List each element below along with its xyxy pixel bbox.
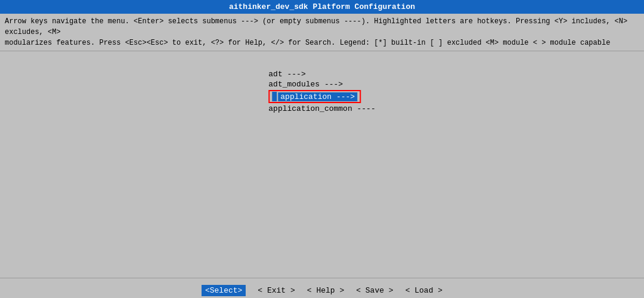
bottom-bar: <Select> < Exit > < Help > < Save > < Lo… <box>0 278 644 298</box>
main-area: adt ---> adt_modules ---> application --… <box>0 51 644 278</box>
title-bar: aithinker_dev_sdk Platform Configuration <box>0 0 644 14</box>
select-button[interactable]: <Select> <box>202 285 246 296</box>
save-button[interactable]: < Save > <box>356 286 393 295</box>
menu-item-adt-modules[interactable]: adt_modules ---> <box>266 79 345 89</box>
selected-label: application ---> <box>278 92 357 101</box>
help-button[interactable]: < Help > <box>307 286 344 295</box>
help-text: Arrow keys navigate the menu. <Enter> se… <box>0 14 644 51</box>
help-line-2: modularizes features. Press <Esc><Esc> t… <box>5 38 639 48</box>
menu-item-application[interactable]: application ---> <box>266 89 363 104</box>
load-button[interactable]: < Load > <box>405 286 442 295</box>
menu-item-application-common[interactable]: application_common ---- <box>266 104 377 114</box>
menu-item-adt[interactable]: adt ---> <box>266 69 308 79</box>
exit-button[interactable]: < Exit > <box>258 286 295 295</box>
help-line-1: Arrow keys navigate the menu. <Enter> se… <box>5 16 639 38</box>
menu-container: adt ---> adt_modules ---> application --… <box>266 69 377 114</box>
selected-box: application ---> <box>268 90 361 103</box>
blue-indicator <box>272 92 277 101</box>
title-text: aithinker_dev_sdk Platform Configuration <box>229 2 415 11</box>
